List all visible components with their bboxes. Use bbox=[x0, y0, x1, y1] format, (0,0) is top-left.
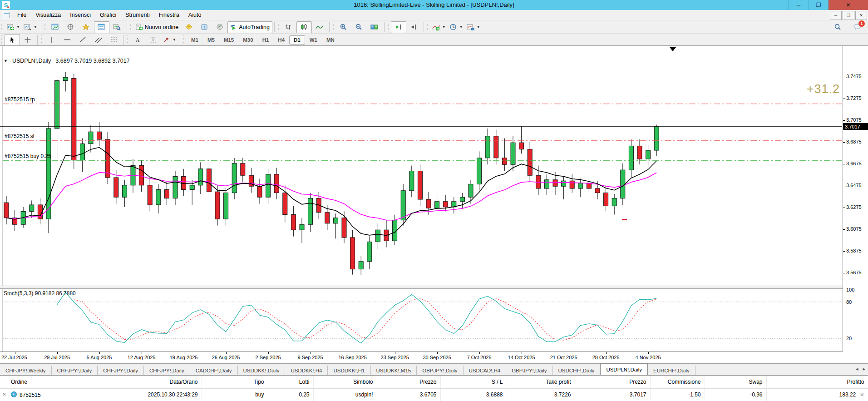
timeframe-H4[interactable]: H4 bbox=[273, 35, 289, 45]
timeframe-M5[interactable]: M5 bbox=[203, 35, 219, 45]
close-button[interactable]: ✕ bbox=[828, 0, 868, 10]
toolbar-button-candles[interactable] bbox=[296, 21, 312, 33]
child-restore-button[interactable]: ❐ bbox=[843, 11, 854, 20]
toolbar-button-search[interactable] bbox=[830, 21, 845, 33]
child-close-button[interactable]: ✕ bbox=[855, 11, 867, 20]
orders-column-prezzo[interactable]: Prezzo bbox=[575, 376, 650, 388]
toolbar-button-experts[interactable]: f bbox=[197, 21, 212, 33]
toolbar-button-linechart[interactable] bbox=[312, 21, 327, 33]
toolbar-button-data-window[interactable] bbox=[63, 21, 79, 33]
chart-tab-usdpln-daily[interactable]: USDPLN!,Daily bbox=[600, 363, 648, 376]
order-row[interactable]: 87525152025.10.30 22:43:29buy0.25usdpln!… bbox=[0, 388, 868, 401]
date-tick-dash bbox=[15, 352, 15, 354]
toolbar-button-crosshair[interactable] bbox=[20, 34, 35, 46]
tab-scroll-left-icon[interactable]: ◂ bbox=[856, 366, 858, 372]
menu-item-finestra[interactable]: Finestra bbox=[154, 11, 184, 19]
toolbar-button-zoom-in[interactable] bbox=[336, 21, 351, 33]
orders-column-lotti[interactable]: Lotti bbox=[268, 376, 313, 388]
symbol-dropdown-icon[interactable]: ▼ bbox=[4, 59, 8, 63]
chart-tab-gbpjpy-daily[interactable]: GBPJPY!,Daily bbox=[417, 366, 463, 375]
timeframe-MN[interactable]: MN bbox=[322, 35, 339, 45]
candles-icon bbox=[300, 24, 308, 31]
chart-shift-marker-icon[interactable] bbox=[670, 47, 676, 51]
toolbar-button-navigator[interactable] bbox=[79, 21, 94, 33]
timeframe-H1[interactable]: H1 bbox=[258, 35, 274, 45]
toolbar-button-templates[interactable]: ▼ bbox=[465, 21, 482, 33]
toolbar-button-chat[interactable]: 1 bbox=[850, 21, 865, 33]
minimize-button[interactable]: ─ bbox=[788, 0, 809, 10]
timeframe-M30[interactable]: M30 bbox=[238, 35, 257, 45]
toolbar-button-fibonacci[interactable] bbox=[106, 34, 121, 46]
menu-item-strumenti[interactable]: Strumenti bbox=[121, 11, 154, 19]
toolbar-button-text[interactable]: A bbox=[130, 34, 145, 46]
arrows-icon bbox=[163, 36, 171, 44]
toolbar-button-label[interactable]: T bbox=[145, 34, 161, 46]
toolbar-button-arrows[interactable]: ▼ bbox=[161, 34, 178, 46]
orders-column-profitto[interactable]: Profitto bbox=[766, 376, 868, 388]
toolbar-button-shift[interactable] bbox=[406, 21, 422, 33]
toolbar-button-new-order[interactable]: Nuovo ordine bbox=[133, 21, 181, 33]
timeframe-M15[interactable]: M15 bbox=[219, 35, 238, 45]
restore-button[interactable]: ❐ bbox=[808, 0, 829, 10]
toolbar-button-profiles[interactable]: ▼ bbox=[22, 21, 39, 33]
chart-tab-gbpjpy-daily[interactable]: GBPJPY!,Daily bbox=[506, 366, 552, 375]
orders-column-take-profit[interactable]: Take profit bbox=[507, 376, 575, 388]
menu-item-file[interactable]: File bbox=[13, 11, 31, 19]
timeframe-D1[interactable]: D1 bbox=[289, 35, 305, 45]
menu-item-visualizza[interactable]: Visualizza bbox=[31, 11, 65, 19]
chart-tab-chfjpy-daily[interactable]: CHFJPY!,Daily bbox=[98, 366, 144, 375]
chart-tab-usddkk-h4[interactable]: USDDKK!,H4 bbox=[285, 366, 328, 375]
orders-column-simbolo[interactable]: Simbolo bbox=[313, 376, 377, 388]
toolbar-button-terminal[interactable] bbox=[94, 21, 109, 33]
orders-column-data-orario[interactable]: Data/Orario bbox=[81, 376, 202, 388]
toolbar-button-indicators[interactable]: ▼ bbox=[430, 21, 448, 33]
chart-tab-chfjpy-daily[interactable]: CHFJPY!,Daily bbox=[144, 366, 190, 375]
toolbar-button-tiles[interactable] bbox=[367, 21, 382, 33]
toolbar-button-zoom-out[interactable] bbox=[351, 21, 367, 33]
toolbar-button-market-watch[interactable] bbox=[48, 21, 63, 33]
toolbar-button-hline[interactable] bbox=[59, 34, 75, 46]
chart-tab-usddkk-m15[interactable]: USDDKK!,M15 bbox=[371, 366, 417, 375]
menu-item-grafici[interactable]: Grafici bbox=[95, 11, 121, 19]
toolbar-button-bars[interactable] bbox=[281, 21, 296, 33]
child-minimize-button[interactable]: ─ bbox=[830, 11, 842, 20]
date-axis[interactable]: 22 Jul 202529 Jul 20255 Aug 202512 Aug 2… bbox=[0, 351, 843, 364]
orders-column-ordine[interactable]: Ordine bbox=[0, 376, 81, 388]
chart-window-icon[interactable] bbox=[3, 12, 10, 18]
price-chart[interactable] bbox=[0, 46, 868, 364]
chart-tab-eurchf-daily[interactable]: EURCHF!,Daily bbox=[648, 366, 695, 375]
orders-column-swap[interactable]: Swap bbox=[705, 376, 766, 388]
timeframe-W1[interactable]: W1 bbox=[305, 35, 322, 45]
toolbar-button-new-chart[interactable]: ▼ bbox=[5, 21, 22, 33]
toolbar-button-metaeditor[interactable] bbox=[181, 21, 197, 33]
toolbar-button-autotrading[interactable]: AutoTrading bbox=[227, 21, 272, 33]
toolbar-button-cursor[interactable] bbox=[5, 34, 20, 46]
chart-tab-usddkk-h1[interactable]: USDDKK!,H1 bbox=[328, 366, 370, 375]
close-order-icon[interactable]: ✕ bbox=[860, 392, 864, 397]
toolbar-button-autoscroll[interactable] bbox=[391, 21, 406, 33]
orders-column-prezzo[interactable]: Prezzo bbox=[377, 376, 440, 388]
chart-tab-chfjpy-weekly[interactable]: CHFJPY!,Weekly bbox=[0, 366, 52, 375]
terminal-close-icon[interactable]: ✕ bbox=[2, 392, 6, 397]
orders-column-commissione[interactable]: Commissione bbox=[650, 376, 705, 388]
menu-item-aiuto[interactable]: Aiuto bbox=[184, 11, 206, 19]
toolbar-button-channel[interactable] bbox=[90, 34, 106, 46]
toolbar-button-periods[interactable]: ▼ bbox=[448, 21, 465, 33]
pane-splitter[interactable] bbox=[0, 286, 868, 289]
order-cell: buy bbox=[202, 388, 268, 401]
toolbar-button-vline[interactable] bbox=[44, 34, 59, 46]
timeframe-M1[interactable]: M1 bbox=[187, 35, 203, 45]
toolbar-button-radar[interactable] bbox=[212, 21, 227, 33]
chart-tab-usddkk-daily[interactable]: USDDKK!,Daily bbox=[238, 366, 286, 375]
chart-tab-chfjpy-daily[interactable]: CHFJPY!,Daily bbox=[52, 366, 98, 375]
chart-tab-usdchf-daily[interactable]: USDCHF!,Daily bbox=[553, 366, 601, 375]
toolbar-button-tester[interactable] bbox=[109, 21, 125, 33]
toolbar-button-trendline[interactable] bbox=[75, 34, 90, 46]
menu-item-inserisci[interactable]: Inserisci bbox=[65, 11, 95, 19]
orders-column-tipo[interactable]: Tipo bbox=[202, 376, 268, 388]
tab-scroll-right-icon[interactable]: ▸ bbox=[863, 366, 865, 372]
price-axis[interactable]: 3.74753.72753.70753.68753.66753.64753.62… bbox=[843, 46, 868, 351]
chart-tab-cadchf-daily[interactable]: CADCHF!,Daily bbox=[190, 366, 238, 375]
chart-tab-usdcad-h4[interactable]: USDCAD!,H4 bbox=[464, 366, 507, 375]
orders-column-s-l[interactable]: S / L bbox=[440, 376, 507, 388]
